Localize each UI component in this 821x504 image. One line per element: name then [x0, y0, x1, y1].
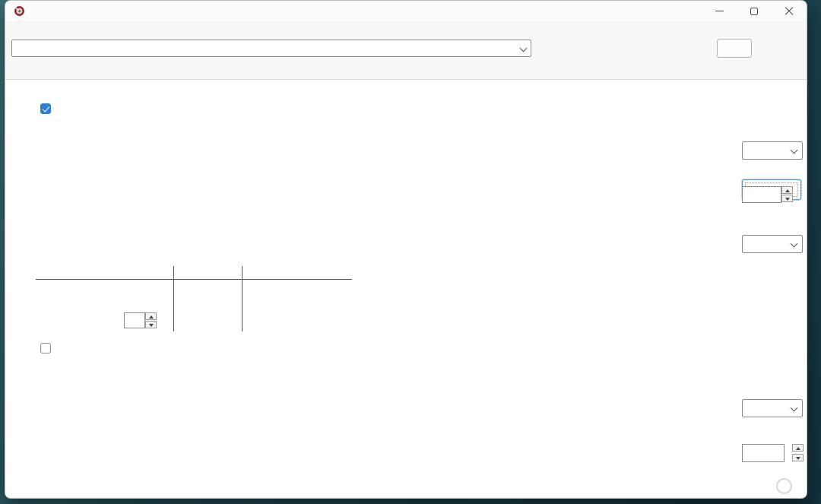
- app-logo-icon: [14, 5, 25, 17]
- minimize-button[interactable]: [702, 1, 737, 21]
- minimize-icon: [715, 11, 724, 11]
- file-length-input[interactable]: [742, 186, 781, 203]
- chevron-down-icon: [791, 147, 797, 154]
- file-length-spin-down[interactable]: [781, 195, 793, 202]
- title-bar: [5, 1, 807, 21]
- maximize-button[interactable]: [737, 1, 772, 21]
- queue-depth-spin-down[interactable]: [145, 321, 157, 328]
- app-window: [5, 0, 807, 499]
- toolbar: [5, 36, 807, 61]
- menu-bar: [5, 21, 807, 36]
- checkbox-unchecked-icon: [40, 343, 51, 353]
- delay-spin-up[interactable]: [792, 444, 804, 452]
- delay-input[interactable]: [742, 444, 785, 462]
- block-file-length-dropdown[interactable]: [742, 399, 803, 417]
- block-size-checkbox[interactable]: [40, 343, 55, 353]
- drive-selector[interactable]: [11, 40, 531, 57]
- maximize-icon: [750, 8, 758, 15]
- tab-bar: [5, 61, 807, 80]
- transfer-speed-checkbox[interactable]: [40, 103, 55, 114]
- smzdm-badge-icon: [776, 478, 792, 494]
- chevron-down-icon: [791, 405, 797, 411]
- queue-depth-input[interactable]: [124, 312, 145, 328]
- drive-letter-dropdown[interactable]: [742, 141, 803, 160]
- smzdm-watermark: [776, 478, 796, 494]
- exit-button[interactable]: [717, 39, 752, 58]
- delay-spin-down[interactable]: [792, 454, 804, 461]
- queue-depth-spin-up[interactable]: [145, 312, 157, 320]
- checkbox-checked-icon: [40, 103, 51, 114]
- file-benchmark-page: [5, 80, 807, 498]
- close-button[interactable]: [772, 1, 807, 21]
- data-mode-dropdown[interactable]: [742, 235, 803, 253]
- chevron-down-icon: [520, 46, 526, 52]
- file-length-spin-up[interactable]: [781, 186, 793, 194]
- chevron-down-icon: [791, 241, 797, 247]
- close-icon: [785, 7, 794, 16]
